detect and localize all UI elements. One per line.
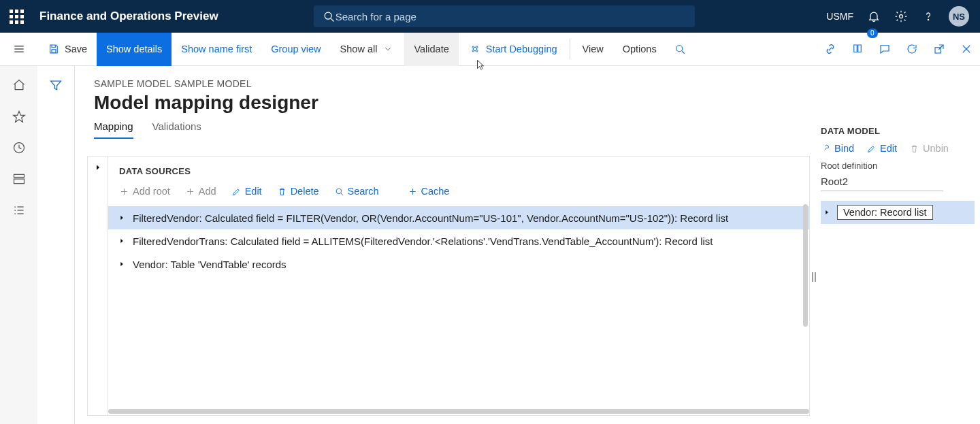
view-label: View xyxy=(583,44,604,54)
global-header: Finance and Operations Preview USMF NS xyxy=(0,0,980,33)
panel-collapser[interactable] xyxy=(87,156,108,416)
splitter-handle[interactable] xyxy=(811,270,817,284)
unbind-label: Unbin xyxy=(923,143,949,154)
datasources-tree: FilteredVendor: Calculated field = FILTE… xyxy=(108,205,809,276)
refresh-button[interactable] xyxy=(898,33,926,66)
breadcrumb: SAMPLE MODEL SAMPLE MODEL xyxy=(75,66,980,92)
tree-row[interactable]: FilteredVendor: Calculated field = FILTE… xyxy=(108,206,809,229)
close-button[interactable] xyxy=(953,33,980,66)
page-content: SAMPLE MODEL SAMPLE MODEL Model mapping … xyxy=(75,66,980,424)
add-label: Add xyxy=(199,186,216,197)
debug-icon xyxy=(468,42,482,56)
dm-edit-button[interactable]: Edit xyxy=(866,143,897,154)
caret-icon[interactable] xyxy=(118,261,126,267)
caret-icon[interactable] xyxy=(823,206,830,218)
tree-row[interactable]: Vendor: Table 'VendTable' records xyxy=(108,252,809,276)
svg-rect-7 xyxy=(52,50,56,53)
root-definition-input[interactable] xyxy=(821,174,943,191)
app-launcher[interactable] xyxy=(0,10,33,24)
app-title: Finance and Operations Preview xyxy=(39,10,218,23)
group-view-button[interactable]: Group view xyxy=(261,33,330,66)
add-root-button[interactable]: Add root xyxy=(119,186,170,197)
validate-button[interactable]: Validate xyxy=(404,33,458,66)
link-button[interactable] xyxy=(817,33,844,66)
datamodel-title: DATA MODEL xyxy=(821,126,975,136)
book-icon xyxy=(851,42,864,56)
group-view-label: Group view xyxy=(271,44,321,54)
save-button[interactable]: Save xyxy=(37,33,97,66)
options-button[interactable]: Options xyxy=(613,33,666,66)
popout-button[interactable] xyxy=(926,33,953,66)
svg-point-9 xyxy=(476,46,478,48)
bind-label: Bind xyxy=(834,143,854,154)
search-label: Search xyxy=(348,186,379,197)
global-search-input[interactable] xyxy=(336,11,687,22)
show-details-button[interactable]: Show details xyxy=(97,33,172,66)
datasources-panel: DATA SOURCES Add root Add Edit Delete xyxy=(108,156,810,416)
dm-edit-label: Edit xyxy=(880,143,897,154)
caret-icon[interactable] xyxy=(118,238,126,244)
tab-validations[interactable]: Validations xyxy=(152,120,201,139)
caret-icon[interactable] xyxy=(118,214,126,221)
svg-point-2 xyxy=(900,15,903,18)
cache-label: Cache xyxy=(421,186,450,197)
workspaces-icon[interactable] xyxy=(12,172,26,186)
search-button[interactable]: Search xyxy=(334,186,379,197)
show-name-first-button[interactable]: Show name first xyxy=(172,33,261,66)
start-debugging-button[interactable]: Start Debugging xyxy=(459,33,567,66)
nav-hamburger[interactable] xyxy=(0,33,37,66)
gear-icon[interactable] xyxy=(894,10,908,23)
messages-count: 0 xyxy=(867,29,878,38)
root-definition-label: Root definition xyxy=(821,161,975,171)
menu-icon xyxy=(12,42,26,56)
svg-line-17 xyxy=(682,51,685,54)
attachments-button[interactable] xyxy=(844,33,871,66)
tree-row[interactable]: FilteredVendorTrans: Calculated field = … xyxy=(108,229,809,252)
scrollbar-horizontal[interactable] xyxy=(108,409,809,414)
add-button[interactable]: Add xyxy=(185,186,216,197)
datamodel-column: DATA MODEL Bind Edit Unbin Root definiti… xyxy=(821,126,975,416)
cache-button[interactable]: Cache xyxy=(408,186,450,197)
svg-rect-25 xyxy=(14,179,24,184)
page-title: Model mapping designer xyxy=(75,92,980,120)
show-all-dropdown[interactable]: Show all xyxy=(331,33,405,66)
save-label: Save xyxy=(65,44,87,54)
save-icon xyxy=(47,42,61,56)
search-icon xyxy=(673,42,687,56)
separator xyxy=(570,39,570,59)
svg-line-1 xyxy=(331,18,333,21)
tab-mapping[interactable]: Mapping xyxy=(94,120,133,139)
tree-row-label: FilteredVendorTrans: Calculated field = … xyxy=(133,235,713,247)
view-button[interactable]: View xyxy=(573,33,613,66)
delete-label: Delete xyxy=(291,186,319,197)
bind-button[interactable]: Bind xyxy=(821,143,854,154)
edit-label: Edit xyxy=(245,186,262,197)
filter-icon[interactable] xyxy=(49,78,63,92)
svg-point-11 xyxy=(476,50,478,52)
datamodel-row[interactable]: Vendor: Record list xyxy=(821,201,975,224)
datamodel-tree: Vendor: Record list xyxy=(821,201,975,224)
edit-button[interactable]: Edit xyxy=(231,186,262,197)
home-icon[interactable] xyxy=(12,78,26,92)
waffle-icon xyxy=(10,10,24,24)
help-icon[interactable] xyxy=(921,10,935,23)
bell-icon[interactable] xyxy=(867,10,881,23)
star-icon[interactable] xyxy=(12,110,26,123)
messages-button[interactable]: 0 xyxy=(871,33,898,66)
user-avatar[interactable]: NS xyxy=(949,6,969,27)
datasources-wrap: DATA SOURCES Add root Add Edit Delete xyxy=(87,156,810,416)
scrollbar-vertical[interactable] xyxy=(803,204,808,327)
show-name-first-label: Show name first xyxy=(181,44,252,54)
header-right: USMF NS xyxy=(826,6,980,27)
add-root-label: Add root xyxy=(133,186,170,197)
svg-marker-22 xyxy=(13,112,24,123)
svg-point-10 xyxy=(472,50,474,52)
find-button[interactable] xyxy=(666,33,693,66)
recent-icon[interactable] xyxy=(12,141,26,154)
filter-column xyxy=(37,66,75,424)
company-picker[interactable]: USMF xyxy=(826,11,853,22)
search-icon xyxy=(322,10,336,23)
delete-button[interactable]: Delete xyxy=(277,186,319,197)
modules-icon[interactable] xyxy=(12,203,26,217)
global-search[interactable] xyxy=(314,5,695,27)
